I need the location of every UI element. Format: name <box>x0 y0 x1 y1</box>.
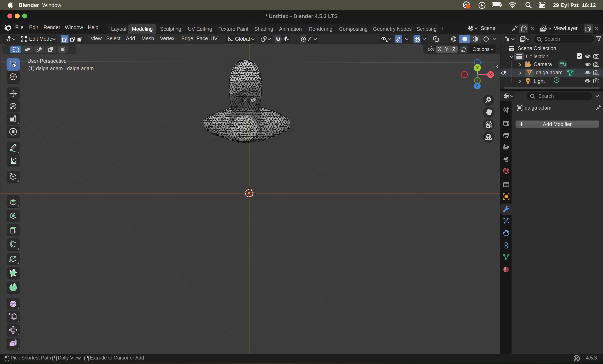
svg-text:Z: Z <box>476 84 478 88</box>
svg-text:Y: Y <box>476 65 479 70</box>
svg-text:X: X <box>489 72 492 77</box>
